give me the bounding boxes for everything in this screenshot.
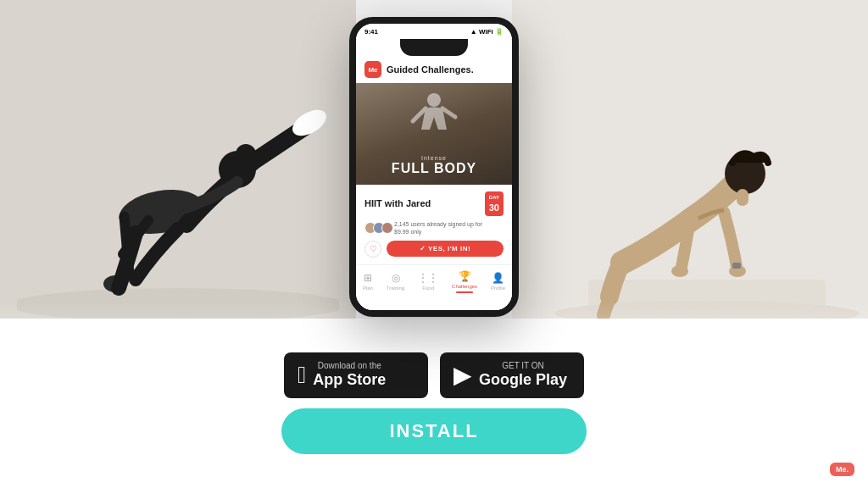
status-icons: ▲ WiFi 🔋 — [470, 28, 504, 36]
google-play-icon: ▶ — [453, 363, 472, 387]
phone-mockup: 9:41 ▲ WiFi 🔋 Me Guided Challenges. — [349, 17, 519, 317]
google-play-button[interactable]: ▶ GET IT ON Google Play — [440, 352, 584, 398]
workout-image: Intense FULL BODY — [356, 83, 512, 185]
app-store-small-label: Download on the — [313, 361, 386, 371]
card-content: HIIT with Jared DAY 30 2,145 users alrea… — [356, 185, 512, 264]
cta-row[interactable]: ♡ ✓ YES, I'M IN! — [364, 241, 504, 258]
nav-label-training: Training — [387, 286, 404, 291]
workout-title: FULL BODY — [392, 161, 476, 176]
apple-icon:  — [298, 363, 306, 387]
svg-rect-13 — [732, 263, 741, 269]
phone-screen: Me Guided Challenges. Intense FULL BODY — [356, 56, 512, 310]
status-time: 9:41 — [364, 28, 378, 36]
status-bar: 9:41 ▲ WiFi 🔋 — [356, 24, 512, 39]
app-header: Me Guided Challenges. — [356, 56, 512, 83]
google-play-small-label: GET IT ON — [479, 361, 567, 371]
yes-im-in-button[interactable]: ✓ YES, I'M IN! — [387, 241, 504, 257]
nav-label-food: Food — [422, 286, 434, 291]
food-icon: ⋮⋮ — [418, 272, 438, 284]
store-buttons-row:  Download on the App Store ▶ GET IT ON … — [284, 352, 584, 398]
app-title: Guided Challenges. — [387, 64, 474, 75]
google-play-text: GET IT ON Google Play — [479, 361, 567, 390]
card-title-row: HIIT with Jared DAY 30 — [364, 191, 504, 216]
training-icon: ◎ — [392, 272, 400, 284]
avatar — [381, 222, 393, 234]
bg-photo-left — [0, 0, 356, 330]
nav-item-food[interactable]: ⋮⋮ Food — [418, 272, 438, 291]
workout-subtitle: Intense — [421, 155, 447, 161]
app-store-text: Download on the App Store — [313, 361, 386, 390]
bottom-nav: ⊞ Plan ◎ Training ⋮⋮ Food 🏆 Challenges 👤 — [356, 264, 512, 297]
app-store-button[interactable]:  Download on the App Store — [284, 352, 428, 398]
heart-icon[interactable]: ♡ — [364, 241, 381, 258]
day-badge: DAY 30 — [485, 191, 504, 216]
bg-photo-right — [512, 0, 868, 330]
phone-notch — [400, 39, 468, 56]
app-logo: Me — [364, 61, 381, 78]
phone-frame: 9:41 ▲ WiFi 🔋 Me Guided Challenges. — [349, 17, 519, 317]
meta-text: 2,145 users already signed up for $9.99 … — [394, 220, 482, 236]
watermark: Me. — [830, 463, 854, 476]
card-meta: 2,145 users already signed up for $9.99 … — [364, 220, 504, 236]
google-play-large-label: Google Play — [479, 371, 567, 390]
nav-item-training[interactable]: ◎ Training — [387, 272, 404, 291]
nav-label-challenges: Challenges — [452, 284, 477, 289]
avatar-group — [364, 222, 390, 234]
card-title: HIIT with Jared — [364, 198, 431, 208]
nav-item-plan[interactable]: ⊞ Plan — [363, 272, 373, 291]
app-store-large-label: App Store — [313, 371, 386, 390]
svg-point-14 — [427, 93, 441, 107]
install-button[interactable]: INSTALL — [281, 408, 587, 454]
nav-item-profile[interactable]: 👤 Profile — [491, 272, 505, 291]
challenges-icon: 🏆 — [459, 270, 471, 282]
svg-point-11 — [671, 265, 688, 277]
nav-item-challenges[interactable]: 🏆 Challenges — [452, 270, 477, 293]
svg-rect-10 — [737, 189, 748, 206]
profile-icon: 👤 — [492, 272, 504, 284]
bottom-section:  Download on the App Store ▶ GET IT ON … — [0, 319, 868, 488]
nav-label-profile: Profile — [491, 286, 505, 291]
nav-label-plan: Plan — [363, 286, 373, 291]
plan-icon: ⊞ — [364, 272, 372, 284]
